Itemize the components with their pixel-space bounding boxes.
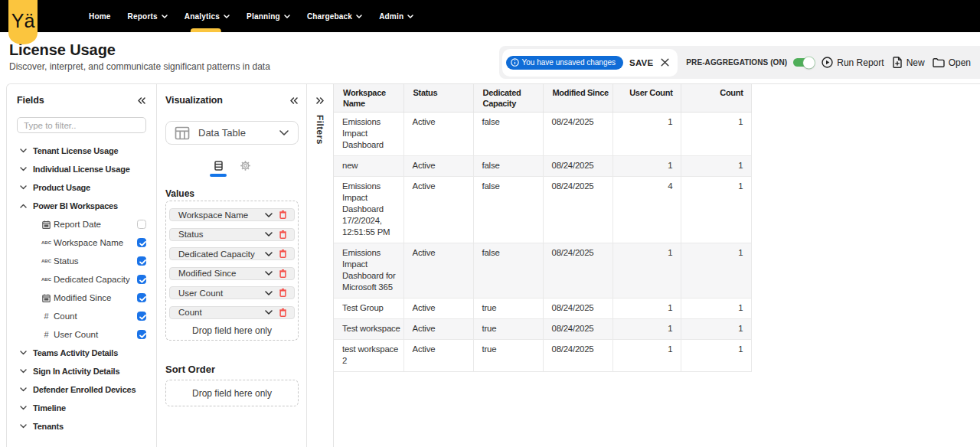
field-checkbox[interactable]: [137, 312, 146, 321]
cell-modified-since: 08/24/2025: [543, 299, 612, 319]
nav-item-reports[interactable]: Reports: [128, 0, 168, 32]
field-checkbox[interactable]: [137, 256, 146, 266]
trash-icon[interactable]: [279, 289, 286, 297]
field-label: Count: [54, 312, 77, 321]
field-group-product-usage[interactable]: Product Usage: [17, 178, 146, 197]
close-icon: [661, 58, 669, 67]
value-field-label: Modified Since: [178, 269, 265, 278]
trash-icon[interactable]: [279, 230, 286, 239]
cell-user-count: 4: [612, 177, 681, 243]
dismiss-unsaved-button[interactable]: [661, 58, 669, 67]
field-group-tenant-license-usage[interactable]: Tenant License Usage: [17, 142, 146, 160]
filters-strip-label: Filters: [315, 115, 325, 145]
chart-type-select[interactable]: Data Table: [165, 121, 299, 145]
column-header-dedicated-capacity[interactable]: Dedicated Capacity: [473, 84, 543, 113]
field-group-teams-activity-details[interactable]: Teams Activity Details: [17, 344, 146, 362]
sort-order-label: Sort Order: [165, 364, 299, 375]
trash-icon[interactable]: [279, 269, 286, 278]
field-group-label: Product Usage: [33, 183, 90, 192]
column-header-count[interactable]: Count: [681, 84, 751, 113]
field-checkbox[interactable]: [137, 293, 146, 302]
save-button[interactable]: SAVE: [629, 58, 653, 67]
table-rows-icon: [214, 161, 223, 171]
tab-settings[interactable]: [240, 161, 250, 177]
cell-count: 1: [681, 243, 751, 299]
value-pill-status[interactable]: Status: [169, 228, 295, 241]
nav-item-home[interactable]: Home: [89, 0, 111, 32]
tab-fields-config[interactable]: [214, 161, 223, 177]
field-group-power-bi-workspaces[interactable]: Power BI Workspaces: [17, 197, 146, 215]
value-field-label: Dedicated Capacity: [178, 250, 265, 259]
field-checkbox[interactable]: [137, 238, 146, 247]
field-count: # Count: [17, 307, 146, 325]
nav-item-admin[interactable]: Admin: [379, 0, 413, 32]
trash-icon[interactable]: [279, 250, 286, 258]
field-checkbox[interactable]: [137, 275, 146, 284]
value-pill-user-count[interactable]: User Count: [169, 286, 295, 299]
pre-aggregations-label: PRE-AGGREGATIONS (ON): [686, 58, 787, 67]
chevron-down-icon: [407, 15, 413, 18]
open-report-button[interactable]: Open: [933, 57, 971, 68]
cell-workspace-name: Test Group: [334, 299, 403, 319]
field-checkbox[interactable]: [137, 220, 146, 229]
trash-icon[interactable]: [279, 308, 286, 317]
field-group-label: Power BI Workspaces: [33, 201, 118, 210]
field-group-individual-license-usage[interactable]: Individual License Usage: [17, 160, 146, 178]
cell-workspace-name: test workspace 2: [334, 340, 403, 372]
table-row: Emissions Impact Dashboard for Microsoft…: [334, 243, 751, 299]
column-header-user-count[interactable]: User Count: [612, 84, 681, 113]
chevron-down-icon: [224, 15, 230, 18]
run-report-button[interactable]: Run Report: [822, 57, 884, 68]
chevron-down-icon[interactable]: [265, 252, 273, 256]
table-header-row: Workspace NameStatusDedicated CapacityMo…: [334, 84, 751, 113]
field-checkbox[interactable]: [137, 330, 146, 339]
field-workspace-name: ABC Workspace Name: [17, 233, 146, 252]
value-pill-count[interactable]: Count: [169, 306, 295, 319]
value-pill-modified-since[interactable]: Modified Since: [169, 267, 295, 280]
active-tab-underline: [210, 174, 227, 177]
nav-item-planning[interactable]: Planning: [247, 0, 290, 32]
nav-item-analytics[interactable]: Analytics: [185, 0, 230, 32]
column-header-workspace-name[interactable]: Workspace Name: [334, 84, 403, 113]
chevron-icon: [20, 185, 27, 190]
cell-workspace-name: Emissions Impact Dashboard: [334, 113, 403, 156]
pre-aggregations-toggle[interactable]: [793, 58, 814, 67]
unsaved-changes-badge: You have unsaved changes: [506, 56, 624, 70]
cell-status: Active: [403, 299, 473, 319]
gear-icon: [240, 161, 250, 171]
chevron-down-icon[interactable]: [265, 291, 273, 295]
column-header-status[interactable]: Status: [403, 84, 473, 113]
chevron-down-icon[interactable]: [265, 213, 273, 217]
chevron-down-icon[interactable]: [265, 310, 273, 315]
value-pill-dedicated-capacity[interactable]: Dedicated Capacity: [169, 247, 295, 260]
chevron-down-icon[interactable]: [265, 232, 273, 237]
cell-modified-since: 08/24/2025: [543, 113, 612, 156]
nav-item-chargeback[interactable]: Chargeback: [307, 0, 362, 32]
visualization-panel: Visualization Data Table: [157, 84, 307, 447]
column-header-modified-since[interactable]: Modified Since: [543, 84, 612, 113]
chevron-down-icon[interactable]: [265, 271, 273, 276]
brand-logo[interactable]: Yä: [8, 0, 38, 45]
chevron-down-icon: [284, 15, 290, 18]
cell-count: 1: [681, 156, 751, 177]
collapse-fields-icon[interactable]: [137, 97, 146, 104]
collapse-visualization-icon[interactable]: [289, 97, 299, 104]
nav-item-label: Admin: [379, 12, 403, 21]
folder-icon: [933, 57, 945, 68]
trash-icon[interactable]: [279, 210, 286, 219]
table-row: Test GroupActivetrue08/24/202511: [334, 299, 751, 319]
value-pill-workspace-name[interactable]: Workspace Name: [169, 208, 295, 221]
field-group-sign-in-activity-details[interactable]: Sign In Activity Details: [17, 362, 146, 380]
field-group-tenants[interactable]: Tenants: [17, 417, 146, 436]
cell-dedicated-capacity: false: [473, 177, 543, 243]
chevron-icon: [20, 167, 27, 171]
cell-count: 1: [681, 113, 751, 156]
new-report-button[interactable]: New: [892, 57, 925, 68]
cell-user-count: 1: [612, 340, 681, 372]
fields-filter-input[interactable]: [17, 117, 146, 133]
field-group-timeline[interactable]: Timeline: [17, 399, 146, 417]
expand-filters-icon[interactable]: [315, 97, 325, 104]
field-group-defender-enrolled-devices[interactable]: Defender Enrolled Devices: [17, 380, 146, 399]
chevron-icon: [20, 424, 27, 429]
unsaved-changes-text: You have unsaved changes: [522, 58, 616, 67]
